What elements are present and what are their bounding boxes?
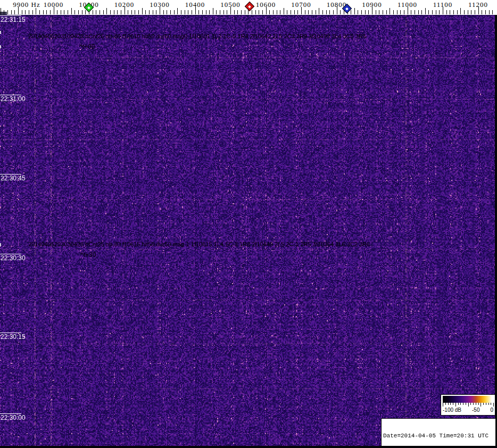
ruler-tick (489, 10, 490, 14)
ruler-tick (439, 10, 440, 14)
legend-tick (491, 403, 491, 405)
ruler-tick (145, 10, 146, 14)
legend-tick (443, 403, 443, 406)
legend-tick (463, 403, 463, 405)
right-border (495, 15, 497, 448)
ruler-tick (450, 10, 450, 14)
timeline-edge-mark (0, 243, 1, 246)
ruler-tick (128, 10, 128, 14)
ruler-tick (316, 10, 316, 14)
ruler-tick (209, 10, 210, 14)
ruler-tick (61, 10, 61, 14)
ruler-tick (46, 10, 47, 14)
station-info-box: Date=2014-04-05 Time=20:31 UTC Freq=143 … (381, 418, 496, 446)
ruler-tick (78, 10, 79, 14)
ruler-freq-label: 10600 (256, 1, 276, 9)
marker-center-dot (87, 6, 90, 9)
ruler-freq-label: 10000 (44, 1, 64, 9)
ruler-tick (223, 10, 224, 14)
ruler-tick (50, 10, 51, 14)
ruler-freq-label: 11100 (433, 1, 453, 9)
ruler-tick (485, 10, 486, 14)
ruler-tick (319, 8, 319, 14)
ruler-tick (294, 10, 295, 14)
legend-tick (493, 403, 494, 406)
ruler-tick (393, 10, 394, 14)
ruler-tick (82, 10, 82, 14)
ruler-tick (354, 8, 355, 14)
ruler-freq-label: 11000 (397, 1, 417, 9)
spectrogram-viewer-window: 9900 Hz100001010010200103001040010500106… (0, 0, 497, 448)
legend-tick (458, 403, 459, 405)
legend-tick (445, 403, 446, 405)
ruler-tick (340, 10, 341, 14)
ruler-tick (269, 10, 270, 14)
ruler-tick (138, 10, 139, 14)
ruler-tick (156, 10, 156, 14)
timeline-edge-mark (0, 45, 1, 48)
ruler-freq-label: 10200 (114, 1, 135, 9)
ruler-tick (329, 10, 330, 14)
ruler-tick (135, 10, 135, 14)
ruler-tick (277, 10, 277, 14)
ruler-tick (259, 10, 259, 14)
ruler-tick (383, 10, 383, 14)
colormap-gradient (443, 396, 493, 403)
ruler-tick (29, 10, 29, 14)
ruler-tick (185, 10, 185, 14)
colormap-tick-ruler (443, 403, 493, 407)
ruler-tick (475, 10, 475, 14)
info-line-date-time: Date=2014-04-05 Time=20:31 UTC (383, 433, 494, 439)
ruler-tick (43, 10, 44, 14)
ruler-tick (216, 10, 217, 14)
legend-tick (473, 403, 474, 405)
timeline-edge-mark (0, 31, 1, 34)
ruler-tick (93, 10, 93, 14)
ruler-tick (358, 10, 358, 14)
time-label: 22:31:15 (1, 16, 26, 23)
ruler-tick (453, 10, 454, 14)
ruler-tick (322, 10, 323, 14)
ruler-tick (220, 10, 220, 14)
ruler-tick (153, 10, 153, 14)
ruler-tick (100, 10, 100, 14)
ruler-tick (351, 10, 351, 14)
event-time-tag: ^t+09 (79, 43, 95, 51)
ruler-tick (121, 10, 121, 14)
legend-tick (483, 403, 484, 405)
ruler-tick (425, 8, 426, 14)
time-label: 22:30:15 (1, 333, 26, 341)
ruler-tick (7, 10, 8, 14)
ruler-tick (411, 10, 411, 14)
ruler-tick (206, 10, 206, 14)
ruler-tick (312, 10, 312, 14)
ruler-tick (131, 10, 132, 14)
ruler-tick (57, 10, 57, 14)
ruler-tick (273, 10, 274, 14)
ruler-freq-label: 10300 (150, 1, 170, 9)
meteor-event-annotation: 20140405203030428 hCnt25 nb-80 f10615 hi… (28, 241, 370, 247)
ruler-tick (117, 10, 118, 14)
ruler-tick (4, 10, 4, 14)
ruler-tick (1, 8, 1, 14)
legend-tick (488, 403, 489, 405)
ruler-tick (421, 10, 422, 14)
ruler-tick (149, 10, 150, 14)
ruler-tick (284, 8, 284, 14)
ruler-tick (110, 10, 111, 14)
ruler-tick (198, 10, 199, 14)
ruler-freq-label: 11200 (468, 1, 488, 9)
ruler-tick (460, 8, 461, 14)
legend-tick (481, 403, 481, 406)
ruler-freq-label: 10700 (291, 1, 311, 9)
ruler-tick (114, 10, 114, 14)
legend-tick (486, 403, 486, 405)
ruler-tick (202, 10, 203, 14)
ruler-tick (68, 10, 68, 14)
ruler-tick (291, 10, 291, 14)
ruler-tick (245, 10, 245, 14)
ruler-tick (85, 10, 86, 14)
ruler-tick (326, 10, 327, 14)
ruler-tick (163, 10, 164, 14)
legend-tick (468, 403, 469, 406)
